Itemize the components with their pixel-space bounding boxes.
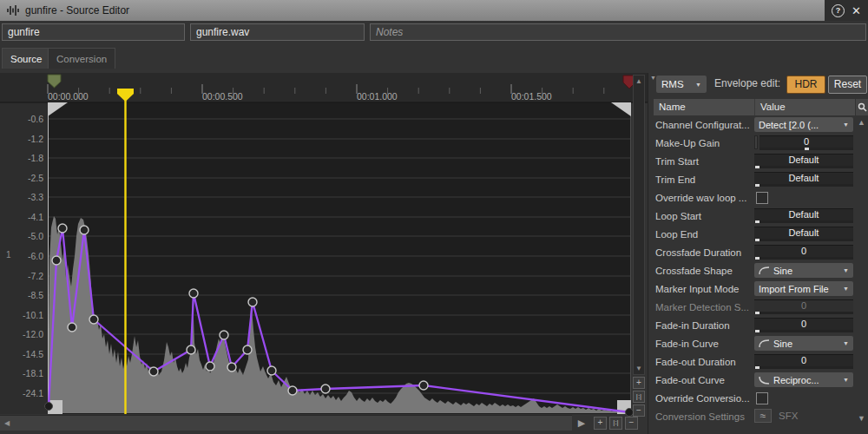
v-zoom-fit-button[interactable]: |:| [633, 391, 645, 403]
fade-in-curve-dropdown[interactable]: Sine▼ [754, 336, 853, 351]
property-name: Trim End [654, 174, 754, 185]
db-tick-label: -3.3 [28, 192, 43, 202]
envelope-point[interactable] [267, 366, 276, 375]
value-slider-track[interactable] [754, 312, 853, 314]
timeline-label: 00:01.000 [357, 91, 398, 102]
envelope-point[interactable] [187, 345, 195, 354]
envelope-point[interactable] [288, 386, 297, 395]
input-value[interactable]: 0 [754, 245, 853, 257]
value-slider-handle[interactable] [805, 148, 809, 150]
envelope-point[interactable] [321, 385, 330, 393]
envelope-point[interactable] [189, 289, 198, 298]
envelope-mode-dropdown[interactable]: RMS ▼ [656, 76, 707, 93]
crossfade-shape-dropdown[interactable]: Sine▼ [754, 263, 853, 278]
reset-button[interactable]: Reset [828, 76, 867, 94]
value-slider-track[interactable] [754, 184, 853, 187]
envelope-point[interactable] [89, 315, 98, 324]
fade-in-duration-input[interactable]: 0 [754, 318, 853, 332]
value-slider-track[interactable] [760, 148, 853, 150]
h-zoom-in-button[interactable]: + [594, 417, 607, 430]
value-slider-handle[interactable] [755, 220, 760, 223]
value-slider-track[interactable] [754, 166, 853, 168]
db-tick-label: -6.0 [28, 251, 43, 261]
input-value[interactable]: Default [754, 154, 853, 166]
object-name-input[interactable] [2, 23, 185, 41]
tab-conversion[interactable]: Conversion [48, 48, 115, 69]
override-conversio-checkbox[interactable] [756, 392, 768, 404]
value-slider-handle[interactable] [755, 166, 760, 168]
envelope-point[interactable] [243, 345, 252, 354]
trim-start-input[interactable]: Default [754, 154, 853, 168]
marker-detection-s-input[interactable]: 0 [754, 299, 853, 314]
value-slider-track[interactable] [754, 220, 853, 223]
value-slider-track[interactable] [754, 257, 853, 260]
input-value[interactable]: Default [754, 208, 853, 220]
play-button[interactable]: ▶ [575, 417, 589, 430]
input-value[interactable]: 0 [760, 135, 853, 148]
value-slider-handle[interactable] [755, 257, 760, 260]
envelope-point[interactable] [58, 224, 67, 233]
table-scroll-down-icon[interactable]: ▼ [855, 414, 868, 423]
value-slider-handle[interactable] [755, 239, 760, 241]
value-slider-handle[interactable] [755, 366, 760, 369]
value-slider-track[interactable] [754, 330, 853, 332]
envelope-point[interactable] [206, 362, 214, 371]
scroll-down-icon[interactable]: ▼ [634, 365, 644, 372]
channel-configurat-dropdown[interactable]: Detect [2.0 (...▼ [754, 117, 853, 132]
reciprocal-curve-icon [759, 376, 770, 385]
crossfade-duration-input[interactable]: 0 [754, 245, 853, 260]
input-value[interactable]: 0 [754, 354, 853, 366]
v-zoom-out-button[interactable]: − [633, 404, 645, 417]
loop-start-input[interactable]: Default [754, 208, 853, 223]
scroll-up-icon[interactable]: ▲ [634, 77, 644, 85]
tab-source[interactable]: Source [2, 48, 50, 69]
value-slider-track[interactable] [754, 239, 853, 241]
chevron-down-icon: ▼ [843, 267, 849, 273]
vertical-scrollbar[interactable]: ▲ ▼ [633, 75, 645, 375]
value-slider-track[interactable] [754, 366, 853, 369]
envelope-point[interactable] [52, 256, 61, 265]
input-value[interactable]: 0 [754, 318, 853, 330]
envelope-point[interactable] [227, 363, 236, 372]
value-slider-handle[interactable] [755, 312, 760, 314]
envelope-point[interactable] [248, 298, 257, 306]
notes-input[interactable] [370, 23, 866, 41]
search-button[interactable] [855, 99, 868, 115]
h-zoom-fit-button[interactable]: |:| [609, 417, 622, 430]
panel-collapse-icon[interactable]: ▼ [650, 75, 656, 81]
hdr-toggle-button[interactable]: HDR [786, 76, 825, 94]
wav-file-input[interactable] [190, 23, 365, 41]
value-slider-handle[interactable] [755, 330, 760, 332]
column-header-name: Name [654, 99, 754, 115]
value-spinner[interactable] [754, 135, 758, 149]
property-value-cell: Import From File▼ [754, 279, 855, 298]
envelope-point[interactable] [45, 403, 53, 411]
input-value[interactable]: Default [754, 172, 853, 184]
input-value[interactable]: Default [754, 227, 853, 239]
table-scroll-up-icon[interactable]: ▲ [855, 118, 868, 127]
loop-end-input[interactable]: Default [754, 227, 853, 241]
property-row-trim-start: Trim StartDefault [654, 152, 855, 170]
fade-out-duration-input[interactable]: 0 [754, 354, 853, 369]
value-slider-handle[interactable] [755, 184, 760, 187]
close-button[interactable]: ✕ [852, 5, 861, 16]
fade-out-curve-dropdown[interactable]: Reciproc...▼ [754, 372, 853, 387]
scroll-left-icon[interactable]: ◀ [4, 419, 10, 427]
envelope-point[interactable] [80, 226, 89, 234]
marker-input-mode-dropdown[interactable]: Import From File▼ [754, 281, 853, 296]
property-name: Fade-in Duration [654, 320, 754, 331]
make-up-gain-input[interactable]: 0 [754, 135, 853, 150]
envelope-point[interactable] [419, 381, 428, 390]
h-zoom-out-button[interactable]: − [625, 417, 638, 430]
envelope-point[interactable] [220, 331, 228, 339]
conversion-settings-selector[interactable]: ≈SFX [754, 409, 798, 423]
envelope-point[interactable] [68, 323, 76, 332]
horizontal-scrollbar[interactable]: ◀ [0, 415, 572, 431]
trim-end-input[interactable]: Default [754, 172, 853, 187]
property-name: Override Conversio... [654, 393, 754, 404]
v-zoom-in-button[interactable]: + [633, 377, 645, 389]
help-button[interactable]: ? [832, 4, 845, 17]
input-value[interactable]: 0 [754, 299, 853, 312]
envelope-point[interactable] [149, 367, 158, 376]
override-wav-loop-checkbox[interactable] [756, 192, 768, 204]
